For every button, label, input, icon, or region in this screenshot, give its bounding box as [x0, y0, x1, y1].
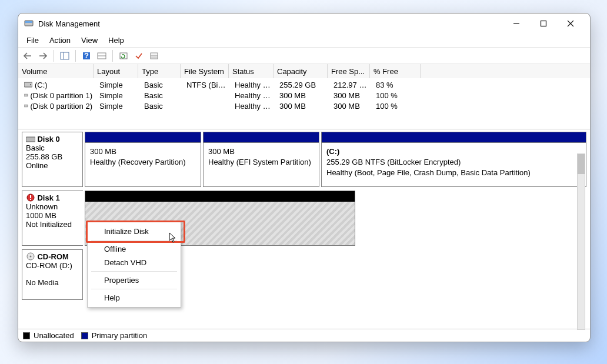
disk1-type: Unknown: [26, 202, 58, 211]
col-type[interactable]: Type: [138, 64, 181, 78]
disk0-name: Disk 0: [37, 135, 59, 143]
minimize-button[interactable]: [503, 15, 530, 32]
maximize-button[interactable]: [530, 15, 557, 32]
disk-management-window: Disk Management File Action View Help ?: [18, 13, 591, 342]
back-icon[interactable]: [22, 50, 34, 62]
disk0-label[interactable]: Disk 0 Basic 255.88 GB Online: [22, 132, 83, 187]
volume-list: Volume Layout Type File System Status Ca…: [18, 64, 590, 129]
table-row[interactable]: (C:)SimpleBasicNTFS (BitLo...Healthy (B.…: [21, 79, 590, 90]
menu-item-offline[interactable]: Offline: [88, 242, 181, 256]
disk-row-0[interactable]: Disk 0 Basic 255.88 GB Online 300 MB Hea…: [22, 132, 586, 187]
menu-help[interactable]: Help: [104, 35, 129, 46]
volume-header-row: Volume Layout Type File System Status Ca…: [18, 64, 590, 78]
svg-rect-24: [30, 195, 31, 198]
col-capacity[interactable]: Capacity: [274, 64, 328, 78]
disk0-type: Basic: [26, 143, 45, 152]
app-icon: [24, 19, 34, 28]
table-row[interactable]: (Disk 0 partition 1)SimpleBasicHealthy (…: [21, 90, 590, 101]
disk1-name: Disk 1: [37, 193, 59, 202]
svg-text:?: ?: [84, 52, 89, 60]
part-status: Healthy (EFI System Partition): [208, 158, 311, 166]
part-status: Healthy (Boot, Page File, Crash Dump, Ba…: [326, 168, 531, 177]
legend-primary: Primary partition: [92, 331, 148, 340]
svg-rect-25: [30, 199, 31, 200]
svg-rect-13: [151, 53, 158, 59]
cdrom-label[interactable]: CD-ROM CD-ROM (D:) No Media: [22, 249, 83, 300]
disk-map-scrollbar[interactable]: [577, 153, 585, 330]
col-pctfree[interactable]: % Free: [370, 64, 421, 78]
cdrom-drive: CD-ROM (D:): [26, 261, 72, 270]
menu-item-properties[interactable]: Properties: [88, 273, 181, 287]
part-size: 300 MB: [90, 147, 116, 156]
disk1-label[interactable]: Disk 1 Unknown 1000 MB Not Initialized: [22, 191, 83, 246]
svg-rect-3: [541, 21, 546, 26]
svg-rect-22: [26, 137, 35, 142]
close-button[interactable]: [557, 15, 584, 32]
disk0-size: 255.88 GB: [26, 152, 62, 161]
table-row[interactable]: (Disk 0 partition 2)SimpleBasicHealthy (…: [21, 101, 590, 111]
window-title: Disk Management: [38, 19, 503, 28]
refresh-icon[interactable]: [118, 50, 129, 62]
cdrom-name: CD-ROM: [37, 252, 68, 261]
menu-item-help[interactable]: Help: [88, 291, 181, 305]
svg-point-27: [30, 256, 32, 258]
legend-swatch-unallocated: [23, 332, 30, 339]
statusbar: Unallocated Primary partition: [18, 329, 590, 342]
part-status: Healthy (Recovery Partition): [90, 158, 186, 166]
disk1-size: 1000 MB: [26, 211, 56, 220]
menu-view[interactable]: View: [76, 35, 102, 46]
disk0-partition-c[interactable]: (C:) 255.29 GB NTFS (BitLocker Encrypted…: [321, 132, 586, 187]
show-hide-pane-icon[interactable]: [59, 50, 71, 62]
menu-action[interactable]: Action: [45, 35, 75, 46]
menu-item-detach-vhd[interactable]: Detach VHD: [88, 256, 181, 269]
menu-item-initialize-disk[interactable]: Initialize Disk: [88, 225, 181, 238]
col-layout[interactable]: Layout: [94, 64, 138, 78]
disk0-partition-efi[interactable]: 300 MB Healthy (EFI System Partition): [203, 132, 319, 187]
svg-rect-1: [25, 21, 32, 23]
forward-icon[interactable]: [37, 50, 49, 62]
col-filesystem[interactable]: File System: [181, 64, 229, 78]
menu-file[interactable]: File: [22, 35, 44, 46]
svg-point-21: [27, 106, 28, 106]
help-icon[interactable]: ?: [81, 50, 92, 62]
rescan-disks-icon[interactable]: [133, 50, 145, 62]
legend-swatch-primary: [81, 332, 88, 339]
menubar: File Action View Help: [18, 34, 590, 48]
cdrom-media: No Media: [26, 278, 59, 287]
context-menu: Initialize Disk Offline Detach VHD Prope…: [87, 222, 181, 308]
col-status[interactable]: Status: [229, 64, 274, 78]
legend-unallocated: Unallocated: [34, 331, 74, 340]
svg-point-19: [27, 95, 28, 96]
disk0-state: Online: [26, 161, 48, 170]
part-size: 300 MB: [208, 147, 235, 156]
disk1-state: Not Initialized: [26, 220, 72, 229]
toolbar: ?: [18, 48, 590, 64]
svg-rect-6: [61, 52, 69, 59]
col-free[interactable]: Free Sp...: [328, 64, 370, 78]
disk0-partition-recovery[interactable]: 300 MB Healthy (Recovery Partition): [85, 132, 201, 187]
titlebar: Disk Management: [18, 14, 590, 34]
list-view-icon[interactable]: [148, 50, 160, 62]
part-line: 255.29 GB NTFS (BitLocker Encrypted): [326, 158, 461, 166]
col-volume[interactable]: Volume: [18, 64, 94, 78]
part-label: (C:): [326, 147, 339, 156]
svg-point-17: [30, 84, 31, 85]
settings-view-icon[interactable]: [96, 50, 108, 62]
